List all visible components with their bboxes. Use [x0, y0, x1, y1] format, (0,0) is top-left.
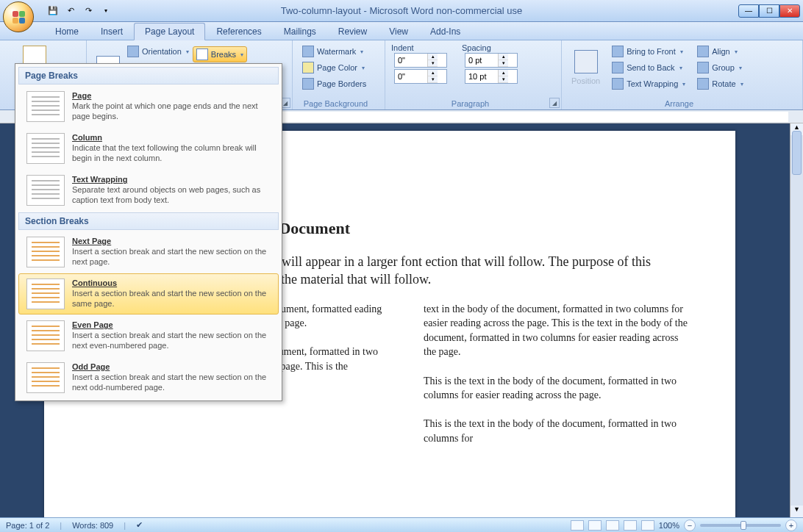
view-print-layout[interactable]: [571, 520, 584, 531]
breaks-button[interactable]: Breaks ▾: [193, 46, 247, 62]
align-button[interactable]: Align▾: [693, 43, 746, 60]
break-next-page[interactable]: Next Page Insert a section break and sta…: [18, 231, 279, 273]
break-textwrap-title: Text Wrapping: [72, 175, 271, 184]
space-after-spinner[interactable]: ▴▾: [465, 69, 518, 84]
section-breaks-section-header: Section Breaks: [18, 212, 279, 230]
next-page-break-icon: [26, 237, 65, 267]
page-borders-icon: [302, 78, 314, 90]
status-bar: Page: 1 of 2 | Words: 809 | ✔ 100% − +: [0, 517, 803, 532]
window-title: Two-column-layout - Microsoft Word non-c…: [0, 5, 803, 16]
close-button[interactable]: ✕: [779, 4, 800, 18]
bring-to-front-button[interactable]: Bring to Front▾: [608, 43, 689, 60]
text-wrapping-button[interactable]: Text Wrapping▾: [608, 76, 689, 92]
break-column-desc: Indicate that the text following the col…: [72, 143, 271, 164]
position-label: Position: [571, 76, 600, 85]
break-continuous-desc: Insert a section break and start the new…: [72, 289, 271, 309]
rotate-button[interactable]: Rotate▾: [693, 76, 746, 92]
indent-right-spinner[interactable]: ▴▾: [394, 69, 447, 84]
maximize-button[interactable]: ☐: [759, 4, 779, 18]
position-button[interactable]: Position: [568, 48, 604, 87]
tab-review[interactable]: Review: [327, 23, 378, 40]
tab-insert[interactable]: Insert: [90, 23, 134, 40]
page-borders-button[interactable]: Page Borders: [299, 76, 379, 92]
view-outline[interactable]: [624, 520, 637, 531]
space-before-input[interactable]: [465, 56, 498, 65]
zoom-level[interactable]: 100%: [659, 521, 679, 530]
paragraph-launcher[interactable]: ◢: [549, 98, 560, 108]
send-to-back-button[interactable]: Send to Back▾: [608, 60, 689, 76]
indent-heading: Indent: [391, 43, 440, 52]
group-button[interactable]: Group▾: [693, 60, 746, 76]
minimize-button[interactable]: —: [738, 4, 759, 18]
view-full-screen[interactable]: [588, 520, 602, 531]
break-continuous[interactable]: Continuous Insert a section break and st…: [18, 273, 279, 314]
title-bar: 💾 ↶ ↷ ▾ Two-column-layout - Microsoft Wo…: [0, 0, 803, 22]
align-label: Align: [712, 47, 729, 56]
watermark-label: Watermark: [317, 47, 356, 56]
page-background-group-label: Page Background: [293, 99, 379, 108]
status-words[interactable]: Words: 809: [72, 521, 113, 530]
view-web-layout[interactable]: [606, 520, 619, 531]
view-draft[interactable]: [641, 520, 654, 531]
tab-view[interactable]: View: [378, 23, 419, 40]
arrange-group-label: Arrange: [562, 99, 796, 108]
group-icon: [697, 62, 709, 73]
rotate-label: Rotate: [712, 79, 735, 88]
break-even-page[interactable]: Even Page Insert a section break and sta…: [18, 315, 279, 356]
zoom-slider[interactable]: [700, 524, 781, 527]
document-column-2: text in the body of the document, format…: [424, 302, 691, 446]
orientation-button[interactable]: Orientation ▾: [124, 43, 193, 60]
ribbon-tabs: Home Insert Page Layout References Maili…: [0, 22, 803, 40]
send-back-icon: [612, 62, 624, 73]
watermark-icon: [302, 46, 314, 57]
office-button[interactable]: [3, 1, 34, 32]
breaks-dropdown: Page Breaks Page Mark the point at which…: [15, 63, 282, 401]
redo-icon[interactable]: ↷: [81, 4, 96, 18]
space-before-spinner[interactable]: ▴▾: [465, 53, 518, 68]
indent-right-input[interactable]: [395, 72, 427, 81]
vertical-scrollbar[interactable]: ▲ ▼: [790, 123, 803, 517]
scroll-thumb[interactable]: [792, 131, 802, 175]
orientation-icon: [127, 46, 139, 57]
qat-customize-icon[interactable]: ▾: [99, 4, 113, 18]
watermark-button[interactable]: Watermark▾: [299, 43, 379, 60]
undo-icon[interactable]: ↶: [63, 4, 78, 18]
page-color-button[interactable]: Page Color▾: [299, 60, 379, 76]
tab-home[interactable]: Home: [44, 23, 90, 40]
paragraph-group-label: Paragraph: [385, 99, 555, 108]
breaks-icon: [196, 48, 208, 60]
scroll-down-arrow[interactable]: ▼: [790, 506, 803, 517]
orientation-label: Orientation: [142, 47, 182, 56]
break-column-title: Column: [72, 133, 271, 142]
break-text-wrapping[interactable]: Text Wrapping Separate text around objec…: [18, 170, 279, 211]
page-borders-label: Page Borders: [317, 79, 366, 88]
odd-page-break-icon: [26, 362, 65, 393]
break-page[interactable]: Page Mark the point at which one page en…: [18, 86, 279, 127]
page-color-icon: [302, 62, 314, 73]
tab-page-layout[interactable]: Page Layout: [134, 23, 205, 40]
zoom-in-button[interactable]: +: [785, 520, 797, 531]
column-break-icon: [26, 133, 65, 164]
continuous-break-icon: [26, 278, 65, 309]
break-evenpage-desc: Insert a section break and start the new…: [72, 331, 271, 351]
send-back-label: Send to Back: [627, 63, 674, 72]
status-page[interactable]: Page: 1 of 2: [6, 521, 49, 530]
space-after-input[interactable]: [465, 72, 498, 81]
position-icon: [574, 50, 598, 73]
spacing-heading: Spacing: [462, 43, 510, 52]
zoom-out-button[interactable]: −: [684, 520, 696, 531]
break-odd-page[interactable]: Odd Page Insert a section break and star…: [18, 357, 279, 398]
indent-left-spinner[interactable]: ▴▾: [394, 53, 447, 68]
tab-mailings[interactable]: Mailings: [273, 23, 327, 40]
bring-front-icon: [612, 46, 624, 57]
quick-access-toolbar: 💾 ↶ ↷ ▾: [46, 4, 113, 18]
tab-add-ins[interactable]: Add-Ins: [419, 23, 471, 40]
proofing-icon[interactable]: ✔: [136, 520, 143, 530]
save-icon[interactable]: 💾: [46, 4, 60, 18]
page-breaks-section-header: Page Breaks: [18, 67, 279, 85]
break-continuous-title: Continuous: [72, 278, 271, 287]
indent-left-input[interactable]: [395, 56, 427, 65]
break-column[interactable]: Column Indicate that the text following …: [18, 128, 279, 169]
tab-references[interactable]: References: [205, 23, 272, 40]
group-label-btn: Group: [712, 63, 735, 72]
